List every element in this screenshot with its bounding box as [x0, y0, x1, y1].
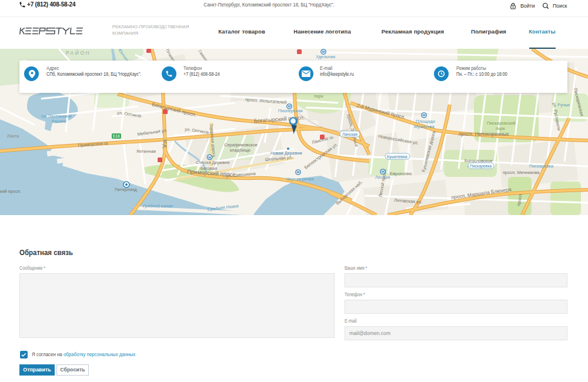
svg-text:E18: E18 [113, 134, 120, 138]
svg-text:М: М [296, 170, 299, 174]
svg-text:Старая Деревня: Старая Деревня [196, 160, 229, 165]
svg-text:ЗСД: ЗСД [162, 139, 168, 148]
svg-text:М: М [381, 170, 384, 173]
svg-text:кий просп.: кий просп. [0, 189, 21, 194]
svg-text:М: М [322, 50, 325, 53]
svg-text:Серафимовское: Серафимовское [224, 142, 258, 148]
svg-text:Гребной канал: Гребной канал [143, 203, 173, 209]
svg-text:М: М [288, 105, 290, 108]
svg-text:Пискаревка: Пискаревка [470, 164, 492, 169]
svg-text:кладбище: кладбище [230, 148, 250, 153]
svg-text:Европолис: Европолис [390, 171, 412, 176]
svg-text:Пискаревка: Пискаревка [529, 163, 554, 169]
svg-text:Ручьи: Ручьи [557, 102, 570, 108]
svg-text:Разлив: Разлив [52, 119, 66, 124]
svg-text:Ланская: Ланская [342, 132, 358, 136]
svg-text:М: М [208, 156, 211, 159]
svg-text:Площади: Площади [416, 119, 435, 124]
svg-text:М: М [422, 113, 425, 117]
svg-text:просп. Непокоренных: просп. Непокоренных [459, 131, 509, 137]
svg-text:Кушелевка: Кушелевка [387, 155, 407, 159]
svg-text:оз. Лахтинский: оз. Лахтинский [41, 113, 72, 119]
svg-text:Пискаревский: Пискаревский [487, 120, 516, 126]
svg-text:парк: парк [314, 93, 323, 99]
svg-text:просп. Мечникова: просп. Мечникова [503, 170, 540, 175]
svg-text:Яхтенная: Яхтенная [136, 149, 156, 154]
svg-text:парк: парк [496, 126, 505, 131]
svg-text:Удельная: Удельная [316, 54, 335, 59]
svg-text:РАЙОН: РАЙОН [66, 49, 91, 56]
svg-text:Новая Деревня: Новая Деревня [270, 150, 302, 156]
svg-text:Лахта: Лахта [7, 133, 19, 139]
svg-text:Черная речка: Черная речка [286, 176, 314, 182]
svg-text:Мужества: Мужества [414, 124, 435, 129]
